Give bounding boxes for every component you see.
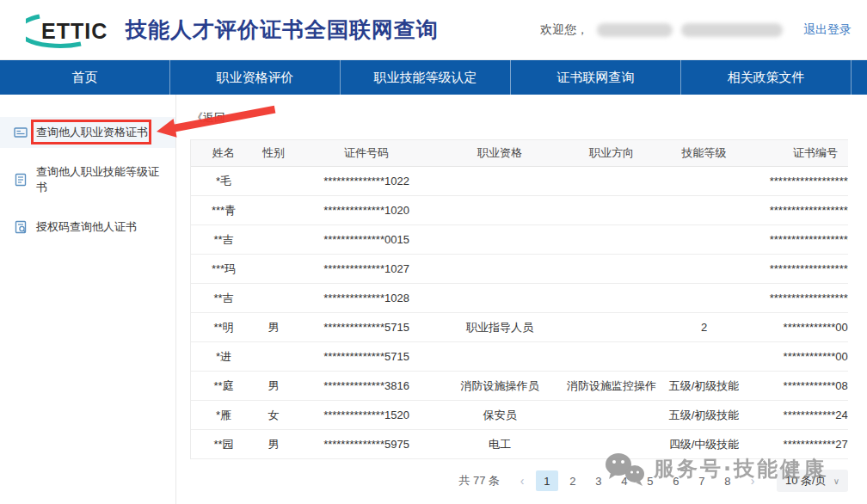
back-link[interactable]: 《返回 [192, 110, 225, 126]
page-size-select[interactable]: 10 条/页 ∨ [777, 470, 848, 492]
page-button[interactable]: 1 [536, 470, 558, 491]
redacted-username-2 [681, 23, 783, 37]
cell-id-number: **************3816 [298, 379, 435, 392]
cell-level: 五级/初级技能 [659, 408, 749, 423]
certificate-doc-icon [14, 173, 28, 187]
cell-cert-number: ******************0 [770, 292, 848, 304]
table-header-row: 姓名 性别 证件号码 职业资格 职业方向 技能等级 证书编号 [191, 139, 848, 167]
page-button[interactable]: 6 [665, 470, 687, 491]
table-row: **吉 **************0015 *****************… [191, 225, 848, 255]
welcome-prefix: 欢迎您， [540, 22, 588, 38]
cell-name: **明 [198, 320, 249, 335]
nav-item-label: 相关政策文件 [728, 70, 805, 86]
cell-id-number: **************5715 [298, 350, 435, 363]
cell-level: 四级/中级技能 [659, 437, 749, 452]
cell-level: 五级/初级技能 [659, 378, 749, 394]
top-header: ETTIC 技能人才评价证书全国联网查询 欢迎您， 退出登录 [0, 0, 867, 60]
col-header-name: 姓名 [198, 145, 249, 161]
chevron-down-icon: ∨ [833, 476, 839, 486]
doc-search-icon [14, 220, 28, 234]
table-row: ***青 **************1020 ****************… [191, 196, 848, 225]
table-row: **明 男 **************5715 职业指导人员 2 ******… [191, 313, 848, 342]
page-button[interactable]: 3 [587, 470, 610, 491]
nav-item[interactable]: 职业技能等级认定 [341, 60, 511, 95]
cell-id-number: **************1022 [298, 175, 435, 187]
page-button[interactable]: 8 [716, 470, 739, 491]
page-button[interactable]: 2 [562, 470, 584, 491]
certificate-card-icon [14, 126, 28, 139]
cell-name: **园 [198, 437, 249, 452]
table-row: *毛 **************1022 ******************… [191, 167, 848, 196]
cell-cert-number: ******************0 [770, 175, 848, 187]
table-row: **吉 **************1028 *****************… [191, 284, 848, 313]
table-row: ***玛 **************1027 ****************… [191, 255, 848, 284]
redacted-username [597, 23, 673, 37]
pagination: 共 77 条 ‹ 12345678 › 10 条/页 ∨ [190, 470, 848, 492]
col-header-cert-number: 证书编号 [793, 145, 838, 161]
page-button[interactable]: 5 [639, 470, 661, 491]
nav-item[interactable]: 证书联网查询 [511, 60, 681, 95]
col-header-gender: 性别 [249, 145, 298, 161]
col-header-id-number: 证件号码 [298, 145, 435, 161]
cell-qualification: 职业指导人员 [435, 320, 564, 335]
cell-id-number: **************1520 [298, 409, 435, 421]
logo-text: ETTIC [41, 19, 108, 44]
col-header-level: 技能等级 [659, 145, 749, 161]
cell-name: *进 [198, 349, 249, 365]
cell-gender: 男 [249, 320, 298, 335]
sidebar-item-query-skill-level-cert[interactable]: 查询他人职业技能等级证书 [0, 157, 175, 203]
cell-cert-number: ************087 [784, 379, 848, 392]
col-header-direction: 职业方向 [564, 145, 659, 161]
sidebar-item-label: 查询他人职业资格证书 [36, 125, 148, 140]
table-row: **庭 男 **************3816 消防设施操作员 消防设施监控操… [191, 372, 848, 401]
page-button[interactable]: 7 [691, 470, 713, 491]
nav-item[interactable]: 职业资格评价 [170, 60, 341, 95]
pagination-total: 共 77 条 [458, 473, 500, 489]
cell-level: 2 [659, 321, 749, 334]
cell-qualification: 保安员 [435, 408, 564, 423]
cell-gender: 女 [249, 408, 298, 423]
cell-name: ***玛 [198, 261, 249, 277]
cell-qualification: 电工 [435, 437, 564, 452]
sidebar-item-query-qualification-cert[interactable]: 查询他人职业资格证书 [0, 117, 175, 148]
next-page-icon[interactable]: › [742, 470, 763, 491]
welcome-area: 欢迎您， 退出登录 [540, 22, 852, 38]
cell-cert-number: ************270 [784, 438, 848, 451]
cell-name: *毛 [198, 174, 249, 189]
cell-name: **吉 [198, 291, 249, 306]
logout-link[interactable]: 退出登录 [803, 22, 852, 38]
cell-gender: 男 [249, 437, 298, 452]
cell-name: ***青 [198, 203, 249, 218]
cell-id-number: **************1027 [298, 262, 435, 275]
sidebar-item-label: 授权码查询他人证书 [36, 219, 137, 235]
table-row: *进 **************5715 ************003 [191, 342, 848, 372]
page-button[interactable]: 4 [613, 470, 636, 491]
prev-page-icon[interactable]: ‹ [512, 470, 532, 491]
cell-qualification: 消防设施操作员 [435, 378, 564, 394]
nav-item[interactable]: 首页 [0, 60, 170, 95]
sidebar: 查询他人职业资格证书 查询他人职业技能等级证书 授权码查询他人证书 [0, 95, 176, 504]
nav-item[interactable]: 相关政策文件 [681, 60, 852, 95]
table-row: **园 男 **************5975 电工 四级/中级技能 ****… [191, 430, 848, 459]
cell-id-number: **************5975 [298, 438, 435, 451]
table-row: *雁 女 **************1520 保安员 五级/初级技能 ****… [191, 401, 848, 430]
results-table: 姓名 性别 证件号码 职业资格 职业方向 技能等级 证书编号 *毛 ******… [190, 139, 848, 459]
cell-cert-number: ******************0 [770, 262, 848, 275]
cell-cert-number: ************247 [784, 409, 848, 421]
cell-id-number: **************5715 [298, 321, 435, 334]
cell-cert-number: ************003 [784, 350, 848, 363]
cell-cert-number: ******************0 [770, 204, 848, 217]
nav-item-label: 证书联网查询 [557, 70, 635, 86]
sidebar-item-authcode-query[interactable]: 授权码查询他人证书 [0, 212, 175, 243]
cell-gender: 男 [249, 378, 298, 394]
nav-item-label: 首页 [72, 70, 98, 86]
main-content: 《返回 姓名 性别 证件号码 职业资格 职业方向 技能等级 证书编号 *毛 **… [176, 95, 867, 504]
cell-name: **庭 [198, 378, 249, 394]
nav-overflow-stub [852, 60, 867, 95]
page-body: 查询他人职业资格证书 查询他人职业技能等级证书 授权码查询他人证书 《返回 [0, 95, 867, 504]
col-header-qualification: 职业资格 [435, 145, 564, 161]
cell-id-number: **************1020 [298, 204, 435, 217]
page-title: 技能人才评价证书全国联网查询 [126, 15, 439, 44]
brand: ETTIC 技能人才评价证书全国联网查询 [26, 11, 439, 49]
cell-name: *雁 [198, 408, 249, 423]
